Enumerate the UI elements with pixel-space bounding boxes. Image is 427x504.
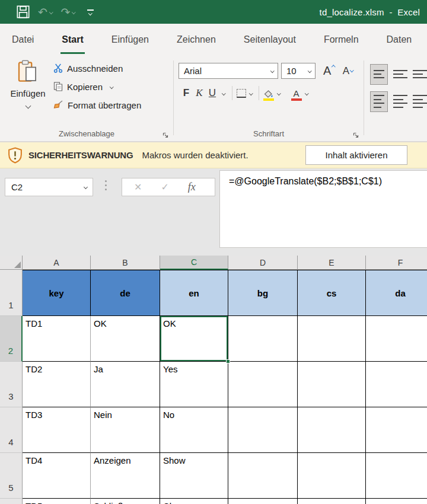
cell-F6[interactable] <box>366 499 427 504</box>
redo-button[interactable]: ↷ <box>60 7 75 18</box>
column-header-F[interactable]: F <box>366 256 427 270</box>
cut-button[interactable]: Ausschneiden <box>53 61 141 75</box>
cell-A3[interactable]: TD2 <box>23 362 91 407</box>
row-header-3[interactable]: 3 <box>0 362 23 407</box>
tab-zeichnen[interactable]: Zeichnen <box>177 24 216 56</box>
paste-button[interactable]: Einfügen <box>6 56 50 141</box>
cell-D1[interactable]: bg <box>228 270 298 316</box>
grow-font-button[interactable]: A <box>323 64 335 78</box>
align-right-button[interactable] <box>413 94 427 109</box>
cell-B2[interactable]: OK <box>91 316 160 362</box>
fill-color-button[interactable] <box>263 85 274 101</box>
align-top-button[interactable] <box>370 64 388 85</box>
tab-start[interactable]: Start <box>62 24 83 56</box>
cell-B1[interactable]: de <box>91 270 160 316</box>
cell-E3[interactable] <box>298 362 366 407</box>
font-color-button[interactable]: A <box>291 85 302 101</box>
column-header-D[interactable]: D <box>228 256 298 270</box>
cell-C6[interactable]: Close <box>160 499 228 504</box>
cell-A2[interactable]: TD1 <box>23 316 91 362</box>
tab-seitenlayout[interactable]: Seitenlayout <box>244 24 296 56</box>
italic-button[interactable]: K <box>193 87 206 99</box>
cell-A4[interactable]: TD3 <box>23 407 91 453</box>
cancel-icon[interactable]: ✕ <box>134 181 142 193</box>
insert-function-icon[interactable]: fx <box>188 181 196 193</box>
column-header-B[interactable]: B <box>91 256 160 270</box>
formula-input[interactable]: =@GoogleTranslate($B2;$B$1;C$1) <box>219 170 427 248</box>
cell-E4[interactable] <box>298 407 366 453</box>
clipboard-dialog-launcher-icon[interactable] <box>162 132 169 139</box>
row-header-6[interactable]: 6 <box>0 499 23 504</box>
cell-D6[interactable] <box>228 499 298 504</box>
cell-C5[interactable]: Show <box>160 453 228 499</box>
borders-button[interactable] <box>237 89 246 98</box>
align-center-button[interactable] <box>393 94 407 109</box>
cell-D5[interactable] <box>228 453 298 499</box>
cell-C4[interactable]: No <box>160 407 228 453</box>
qat-bar-icon <box>87 9 94 11</box>
cell-D2[interactable] <box>228 316 298 362</box>
row-header-2[interactable]: 2 <box>0 316 23 362</box>
cell-E6[interactable] <box>298 499 366 504</box>
customize-qat-button[interactable] <box>87 9 94 15</box>
column-header-A[interactable]: A <box>23 256 91 270</box>
align-left-button[interactable] <box>370 91 388 112</box>
format-painter-button[interactable]: Format übertragen <box>53 98 141 112</box>
cell-E5[interactable] <box>298 453 366 499</box>
copy-button[interactable]: Kopieren <box>53 79 141 94</box>
column-header-C[interactable]: C <box>160 256 228 270</box>
underline-dropdown-icon[interactable] <box>222 91 225 95</box>
cell-B6[interactable]: Schließen <box>91 499 160 504</box>
row-header-5[interactable]: 5 <box>0 453 23 499</box>
select-all-corner[interactable] <box>0 256 23 270</box>
cell-B3[interactable]: Ja <box>91 362 160 407</box>
column-header-E[interactable]: E <box>298 256 366 270</box>
undo-button[interactable]: ↶ <box>38 7 52 18</box>
tab-datei[interactable]: Datei <box>12 24 34 56</box>
fill-color-dropdown-icon[interactable] <box>277 91 281 95</box>
fill-color-icon <box>264 90 273 98</box>
font-name-select[interactable]: Arial <box>179 63 278 79</box>
borders-dropdown-icon[interactable] <box>249 91 253 95</box>
font-dialog-launcher-icon[interactable] <box>352 132 359 139</box>
enter-icon[interactable]: ✓ <box>161 181 168 193</box>
formula-bar-resizer[interactable] <box>105 180 107 190</box>
tab-einfuegen[interactable]: Einfügen <box>111 24 149 56</box>
align-bottom-button[interactable] <box>413 68 427 79</box>
clipboard-paste-icon <box>17 60 39 84</box>
cell-A5[interactable]: TD4 <box>23 453 91 499</box>
align-middle-button[interactable] <box>393 68 407 79</box>
enable-content-button[interactable]: Inhalt aktivieren <box>305 145 407 165</box>
cell-A1[interactable]: key <box>23 270 91 316</box>
font-size-select[interactable]: 10 <box>281 63 316 79</box>
shrink-font-button[interactable]: A <box>343 65 353 77</box>
cell-F2[interactable] <box>366 316 427 362</box>
cell-A6[interactable]: TD5 <box>23 499 91 504</box>
row-header-4[interactable]: 4 <box>0 407 23 453</box>
cell-C3[interactable]: Yes <box>160 362 228 407</box>
cell-F4[interactable] <box>366 407 427 453</box>
cell-E1[interactable]: cs <box>298 270 366 316</box>
cell-D3[interactable] <box>228 362 298 407</box>
fill-handle[interactable] <box>226 359 230 363</box>
cell-C2[interactable]: OK <box>160 316 228 362</box>
name-box[interactable]: C2 <box>5 178 93 196</box>
cell-D4[interactable] <box>228 407 298 453</box>
quick-access-toolbar: ↶ ↷ <box>17 5 94 18</box>
tab-daten[interactable]: Daten <box>387 24 412 56</box>
font-color-dropdown-icon[interactable] <box>305 91 308 95</box>
cell-E2[interactable] <box>298 316 366 362</box>
cell-F1[interactable]: da <box>366 270 427 316</box>
save-button[interactable] <box>17 5 30 18</box>
formula-buttons: ✕ ✓ fx <box>122 178 215 196</box>
cell-F3[interactable] <box>366 362 427 407</box>
tab-formeln[interactable]: Formeln <box>324 24 359 56</box>
undo-icon: ↶ <box>38 7 47 18</box>
row-header-1[interactable]: 1 <box>0 270 23 316</box>
cell-B5[interactable]: Anzeigen <box>91 453 160 499</box>
cell-F5[interactable] <box>366 453 427 499</box>
bold-button[interactable]: F <box>180 87 193 99</box>
cell-B4[interactable]: Nein <box>91 407 160 453</box>
underline-button[interactable]: U <box>206 87 219 99</box>
cell-C1[interactable]: en <box>160 270 228 316</box>
